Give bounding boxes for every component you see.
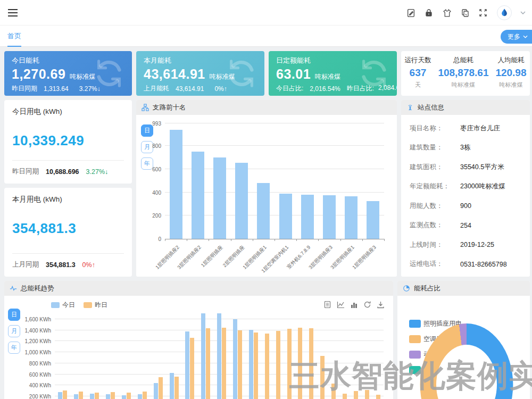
branch-bar[interactable] [192, 152, 204, 239]
branch-bar[interactable] [301, 195, 314, 239]
compare-label: 昨日同期 [12, 167, 39, 176]
trend-bar-today[interactable] [90, 394, 94, 399]
trend-bar-today[interactable] [106, 394, 110, 399]
branch-bar[interactable] [213, 157, 226, 239]
branch-bar[interactable] [345, 196, 358, 239]
branch-bar[interactable] [170, 130, 182, 239]
theme-shirt-icon[interactable] [443, 8, 452, 18]
recycle-icon [225, 57, 258, 90]
branch-bar[interactable] [323, 195, 336, 239]
refresh-icon[interactable] [363, 301, 371, 309]
stat-value: 120.98 [495, 67, 526, 79]
trend-bar-today[interactable] [154, 383, 158, 399]
trend-bar-today[interactable] [249, 330, 253, 399]
data-view-icon[interactable] [323, 301, 331, 309]
trend-bar-today[interactable] [58, 392, 62, 399]
trend-bar-yesterday[interactable] [254, 332, 258, 399]
copy-icon[interactable] [461, 8, 470, 18]
bar-chart-icon[interactable] [350, 301, 358, 309]
trend-bar-today[interactable] [138, 394, 142, 399]
trend-bar-yesterday[interactable] [111, 392, 115, 399]
trend-bar-today[interactable] [233, 319, 237, 399]
site-info-row: 项目名称：枣庄市台儿庄 [410, 119, 521, 138]
trend-bar-today[interactable] [217, 313, 221, 399]
period-button-年[interactable]: 年 [8, 342, 20, 354]
trend-bar-yesterday[interactable] [127, 393, 131, 399]
trend-bar-today[interactable] [74, 394, 78, 399]
trend-bar-yesterday[interactable] [265, 334, 269, 399]
period-button-日[interactable]: 日 [8, 309, 20, 321]
site-row-value: 254 [460, 222, 471, 229]
more-button[interactable]: 更多 [501, 30, 532, 44]
trend-bar-yesterday[interactable] [376, 395, 380, 399]
legend-swatch [409, 366, 421, 374]
stat-label: 总能耗 [438, 56, 488, 65]
compare-percent: 3.27%↓ [86, 168, 109, 176]
trend-bar-yesterday[interactable] [95, 393, 99, 399]
branch-bar[interactable] [367, 201, 379, 239]
menu-toggle-icon[interactable] [7, 8, 18, 18]
branch-bar[interactable] [235, 163, 248, 239]
trend-bar-today[interactable] [201, 313, 205, 399]
today-electricity-card: 今日用电 (kWh) 10,339.249 昨日同期 10,688.696 3.… [4, 100, 132, 184]
trend-bar-today[interactable] [170, 373, 174, 399]
period-button-年[interactable]: 年 [141, 157, 153, 170]
trend-bar-yesterday[interactable] [206, 328, 210, 399]
hour-group [298, 308, 302, 399]
trend-bar-yesterday[interactable] [238, 330, 242, 399]
trend-bar-yesterday[interactable] [309, 328, 313, 399]
trend-bar-yesterday[interactable] [298, 328, 302, 399]
hour-group [138, 308, 147, 399]
trend-bar-yesterday[interactable] [222, 328, 226, 399]
period-button-日[interactable]: 日 [141, 124, 153, 137]
trend-bar-yesterday[interactable] [343, 394, 347, 399]
site-info-row: 建筑数量：3栋 [410, 138, 521, 158]
energy-share-panel: 能耗占比 照明插座用电空调用电动力用电特殊用电 [397, 281, 530, 399]
trend-bar-yesterday[interactable] [320, 356, 325, 399]
trend-bar-yesterday[interactable] [63, 390, 67, 399]
trend-bar-yesterday[interactable] [174, 377, 179, 399]
trend-bar-yesterday[interactable] [79, 392, 83, 399]
trend-bar-yesterday[interactable] [365, 390, 369, 399]
kpi-sub-label: 昨日同期 [12, 84, 37, 93]
pie-chart-icon [403, 285, 410, 292]
summary-stats-panel: 运行天数 637 天 总能耗 108,878.61 吨标准煤 人均能耗 120.… [401, 51, 530, 96]
antenna-icon [406, 104, 414, 111]
trend-bar-today[interactable] [185, 331, 189, 399]
y-tick-label: 400 [152, 189, 161, 195]
kpi-card-month-energy: 本月能耗 43,614.91 吨标准煤 上月能耗 43,614.91 0%↑ [136, 51, 264, 96]
trend-bar-yesterday[interactable] [143, 392, 147, 399]
stat-run-days: 运行天数 637 天 [404, 56, 431, 96]
trend-bar-today[interactable] [122, 395, 126, 399]
hour-group [154, 308, 163, 399]
fullscreen-icon[interactable] [479, 8, 488, 18]
period-button-月[interactable]: 月 [141, 141, 153, 153]
y-tick-label: 200 KWh [29, 394, 51, 399]
trend-bar-yesterday[interactable] [287, 329, 292, 399]
lock-icon[interactable] [425, 8, 434, 18]
water-drop-logo[interactable] [497, 5, 512, 20]
line-chart-icon[interactable] [337, 301, 345, 309]
user-menu-chevron-icon[interactable] [520, 11, 526, 14]
site-row-label: 运维电话： [410, 260, 460, 269]
trend-bar-yesterday[interactable] [331, 384, 336, 399]
compare-label: 上月同期 [12, 260, 39, 269]
stat-unit: 吨标准煤 [438, 81, 488, 89]
month-electricity-card: 本月用电 (kWh) 354,881.3 上月同期 354,881.3 0%↑ [4, 188, 132, 277]
trend-bar-yesterday[interactable] [190, 338, 194, 399]
y-tick-label: 1,400 KWh [25, 327, 51, 333]
stat-unit: 天 [404, 81, 431, 89]
branch-bar[interactable] [257, 183, 270, 239]
trend-bar-yesterday[interactable] [276, 331, 280, 399]
trend-bar-yesterday[interactable] [354, 391, 358, 399]
period-button-月[interactable]: 月 [8, 325, 20, 337]
trend-bar-yesterday[interactable] [159, 377, 163, 399]
note-edit-icon[interactable] [406, 8, 416, 18]
tab-home[interactable]: 首页 [7, 26, 21, 47]
kpi-sub-label: 今日占比: [276, 84, 303, 93]
kpi-card-daily-quota: 日定额能耗 63.01 吨标准煤 今日占比: 2,016.54% 昨日占比:2,… [269, 51, 397, 96]
download-icon[interactable] [377, 301, 385, 309]
tab-bar: 首页 更多 [0, 26, 532, 47]
branch-bar[interactable] [279, 194, 292, 239]
trend-period-buttons: 日月年 [8, 309, 20, 354]
